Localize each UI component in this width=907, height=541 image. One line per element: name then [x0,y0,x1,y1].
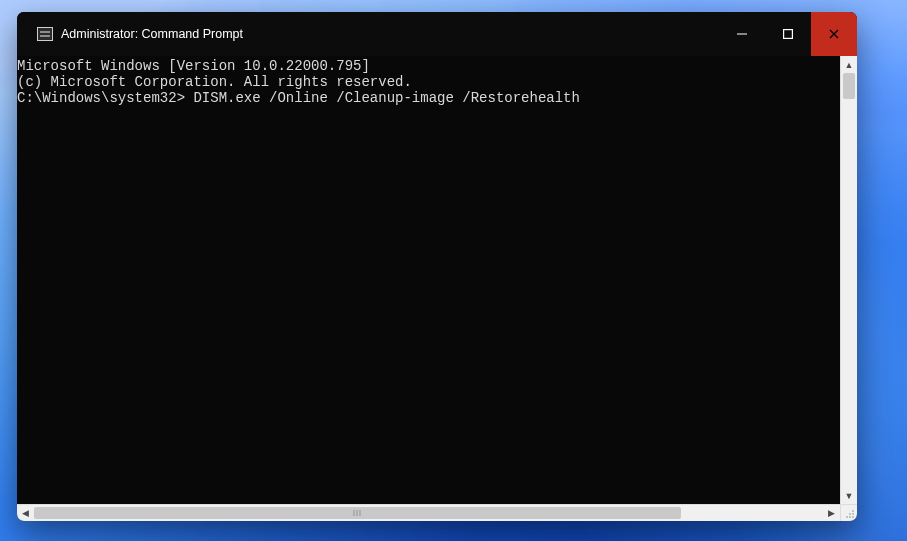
scroll-right-button[interactable]: ▶ [823,505,840,521]
chevron-down-icon: ▼ [845,491,854,501]
resize-grip[interactable] [840,504,857,521]
svg-point-5 [846,516,848,518]
svg-point-4 [852,513,854,515]
vertical-scrollbar[interactable]: ▲ ▼ [840,56,857,504]
svg-point-2 [852,510,854,512]
vertical-scroll-thumb[interactable] [843,73,855,99]
vertical-scroll-track[interactable] [841,73,857,487]
terminal-line: Microsoft Windows [Version 10.0.22000.79… [17,58,840,74]
resize-grip-icon [845,509,855,519]
titlebar[interactable]: Administrator: Command Prompt [17,12,857,56]
terminal-command: DISM.exe /Online /Cleanup-image /Restore… [193,90,579,106]
svg-point-6 [849,516,851,518]
cmd-icon [37,27,53,41]
window-title: Administrator: Command Prompt [61,27,243,41]
maximize-button[interactable] [765,12,811,56]
svg-rect-0 [737,34,747,35]
close-icon [829,29,839,39]
svg-rect-1 [784,30,793,39]
svg-point-7 [852,516,854,518]
svg-point-3 [849,513,851,515]
scroll-left-button[interactable]: ◀ [17,505,34,521]
chevron-right-icon: ▶ [828,508,835,518]
maximize-icon [783,29,793,39]
terminal-line: (c) Microsoft Corporation. All rights re… [17,74,840,90]
horizontal-scroll-track[interactable] [34,505,823,521]
minimize-button[interactable] [719,12,765,56]
scroll-down-button[interactable]: ▼ [841,487,857,504]
horizontal-scroll-thumb[interactable] [34,507,681,519]
desktop-background: Administrator: Command Prompt Microsoft … [0,0,907,541]
command-prompt-window[interactable]: Administrator: Command Prompt Microsoft … [17,12,857,521]
terminal-prompt-line: C:\Windows\system32> DISM.exe /Online /C… [17,90,840,106]
chevron-left-icon: ◀ [22,508,29,518]
scroll-up-button[interactable]: ▲ [841,56,857,73]
minimize-icon [737,29,747,39]
terminal-output[interactable]: Microsoft Windows [Version 10.0.22000.79… [17,56,840,504]
horizontal-scrollbar[interactable]: ◀ ▶ [17,504,840,521]
chevron-up-icon: ▲ [845,60,854,70]
close-button[interactable] [811,12,857,56]
terminal-prompt: C:\Windows\system32> [17,90,185,106]
